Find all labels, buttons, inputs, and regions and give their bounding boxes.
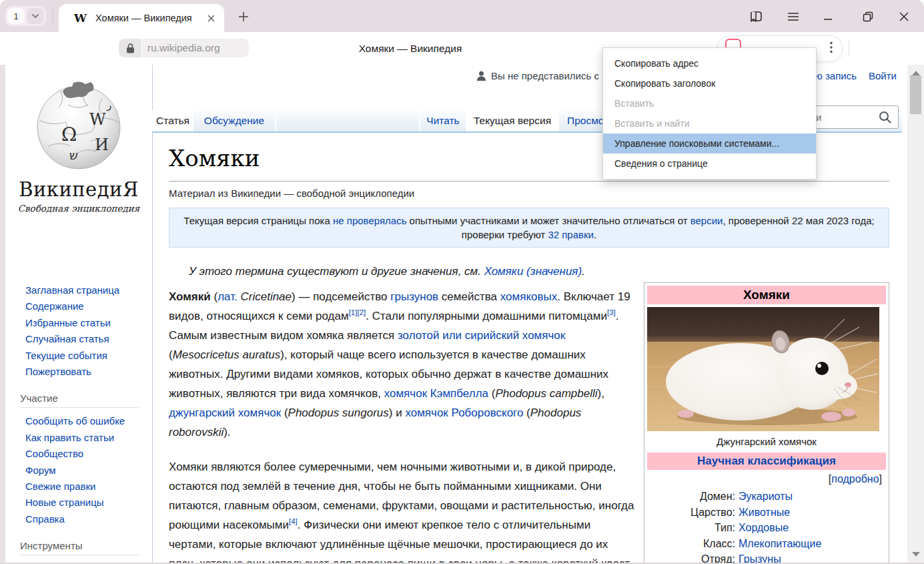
- taxonomy-rank-label: Тип:: [647, 520, 735, 536]
- taxobox-title: Хомяки: [647, 286, 886, 304]
- sidebar-link[interactable]: Форум: [25, 463, 145, 479]
- reference-link[interactable]: [3]: [607, 308, 616, 316]
- sidebar-link[interactable]: Свежие правки: [25, 479, 145, 495]
- active-tab[interactable]: W Хомяки — Википедия: [59, 4, 224, 32]
- minimize-button[interactable]: [819, 8, 837, 25]
- toolbar-divider: [849, 40, 849, 56]
- taxonomy-row: Тип:Хордовые: [647, 520, 886, 536]
- wikipedia-wordmark: ВикипедиЯ: [5, 178, 152, 201]
- latin-name: Phodopus sungorus: [288, 406, 389, 419]
- url-text: ru.wikipedia.org: [147, 42, 220, 54]
- taxonomy-value-link[interactable]: Млекопитающие: [739, 536, 886, 552]
- hatnote: У этого термина существуют и другие знач…: [189, 265, 889, 278]
- reference-link[interactable]: [1]: [349, 308, 358, 316]
- kebab-icon: [830, 41, 833, 53]
- window-theme-edge: [0, 65, 5, 563]
- sidebar-link[interactable]: Сообщить об ошибке: [25, 413, 145, 429]
- scrollbar-thumb[interactable]: [910, 75, 921, 114]
- tab-group-count[interactable]: 1: [7, 8, 25, 24]
- context-menu-item[interactable]: Скопировать заголовок: [603, 73, 816, 93]
- tab-group-control[interactable]: 1: [5, 6, 46, 26]
- sidebar-content-divider: [152, 65, 153, 563]
- wikipedia-tagline: Свободная энциклопедия: [5, 203, 152, 214]
- classification-link[interactable]: Научная классификация: [697, 455, 836, 467]
- sidebar-link[interactable]: Случайная статья: [25, 331, 145, 347]
- tab-strip: 1 W Хомяки — Википедия: [0, 0, 924, 32]
- scroll-down-arrow[interactable]: [912, 552, 920, 557]
- user-icon: [476, 71, 486, 81]
- wiki-link[interactable]: хомячок Кэмпбелла: [384, 387, 488, 400]
- details-link[interactable]: подробно: [831, 473, 879, 485]
- tab-group-chevron-button[interactable]: [27, 8, 44, 24]
- close-icon: [207, 15, 215, 22]
- taxonomy-value-link[interactable]: Животные: [739, 505, 886, 521]
- search-icon[interactable]: [879, 111, 891, 123]
- wiki-link[interactable]: джунгарский хомячок: [169, 406, 281, 419]
- new-tab-button[interactable]: [235, 8, 252, 25]
- wiki-link[interactable]: версии: [690, 215, 723, 226]
- tab-title: Хомяки — Википедия: [95, 13, 192, 23]
- wiki-link[interactable]: хомяковых: [500, 290, 558, 303]
- sidebar-link[interactable]: Заглавная страница: [25, 282, 145, 298]
- svg-text:W: W: [89, 110, 106, 129]
- classification-header: Научная классификация: [647, 453, 886, 470]
- scroll-up-arrow[interactable]: [912, 71, 920, 75]
- tab-separator: [275, 110, 276, 131]
- sidebar-section-header: Инструменты: [20, 540, 139, 555]
- close-icon: [899, 12, 909, 21]
- toolbar-page-title: Хомяки — Википедия: [254, 32, 567, 65]
- security-lock-chip[interactable]: [119, 39, 141, 57]
- login-link[interactable]: Войти: [869, 70, 897, 81]
- side-panel-button[interactable]: [747, 8, 765, 25]
- lock-icon: [126, 43, 135, 53]
- wiki-tab-read[interactable]: Читать: [420, 110, 466, 131]
- wiki-link[interactable]: лат.: [217, 290, 238, 303]
- sidebar-link[interactable]: Сообщество: [25, 446, 145, 462]
- taxonomy-value-link[interactable]: Грызуны: [739, 551, 886, 563]
- chevron-down-icon: [31, 13, 39, 19]
- wiki-tab-article[interactable]: Статья: [152, 110, 193, 131]
- create-account-link-fragment[interactable]: ую запись: [810, 70, 857, 81]
- tab-close-button[interactable]: [207, 15, 215, 22]
- latin-name: Phodopus campbelli: [495, 387, 597, 400]
- sidebar-link[interactable]: Как править статьи: [25, 430, 145, 446]
- hamster-photo[interactable]: [647, 307, 879, 431]
- personal-bar: Вы не представились с: [476, 70, 599, 81]
- wiki-link[interactable]: 32 правки: [548, 229, 594, 240]
- context-menu-item[interactable]: Управление поисковыми системами...: [603, 133, 816, 154]
- context-menu-item[interactable]: Сведения о странице: [603, 154, 816, 174]
- close-window-button[interactable]: [895, 8, 913, 25]
- sidebar-link[interactable]: Справка: [25, 511, 145, 527]
- sidebar-nav: Заглавная страницаСодержаниеИзбранные ст…: [5, 282, 145, 563]
- maximize-restore-button[interactable]: [859, 8, 877, 25]
- sidebar-link[interactable]: Избранные статьи: [25, 315, 145, 331]
- address-bar[interactable]: ru.wikipedia.org: [142, 39, 249, 57]
- minimize-icon: [823, 12, 833, 21]
- svg-text:Ω: Ω: [61, 123, 77, 146]
- wiki-tab-talk[interactable]: Обсуждение: [193, 110, 275, 131]
- context-menu: Скопировать адресСкопировать заголовокВс…: [602, 47, 817, 180]
- page-scrollbar[interactable]: [907, 65, 924, 563]
- wiki-link[interactable]: грызунов: [390, 290, 438, 303]
- wiki-link[interactable]: Хомяки (значения): [484, 265, 582, 278]
- reference-link[interactable]: [2]: [357, 308, 366, 316]
- sidebar-link[interactable]: Пожертвовать: [25, 364, 145, 380]
- pill-kebab-menu-button[interactable]: [830, 41, 833, 53]
- browser-menu-button[interactable]: [785, 8, 802, 25]
- reference-link[interactable]: [4]: [289, 517, 298, 525]
- sidebar-link[interactable]: Текущие события: [25, 348, 145, 364]
- wiki-link[interactable]: золотой или сирийский хомячок: [398, 329, 565, 342]
- unreviewed-version-notice: Текущая версия страницы пока не проверял…: [169, 208, 889, 248]
- sidebar-section-header: Участие: [20, 392, 139, 408]
- wiki-link[interactable]: не проверялась: [333, 215, 406, 226]
- sidebar-link[interactable]: Новые страницы: [25, 495, 145, 511]
- wikipedia-logo[interactable]: Ω W И ש ر ВикипедиЯ Свободная энциклопед…: [5, 74, 152, 214]
- taxonomy-value-link[interactable]: Хордовые: [739, 520, 886, 536]
- sidebar-link[interactable]: Содержание: [25, 298, 145, 314]
- taxonomy-rank-label: Домен:: [647, 489, 735, 505]
- taxonomy-value-link[interactable]: Эукариоты: [739, 489, 886, 505]
- wiki-link[interactable]: хомячок Роборовского: [405, 406, 523, 419]
- wikipedia-globe-icon: Ω W И ש ر: [28, 74, 129, 176]
- wiki-tab-current[interactable]: Текущая версия: [466, 110, 559, 131]
- context-menu-item[interactable]: Скопировать адрес: [603, 53, 816, 73]
